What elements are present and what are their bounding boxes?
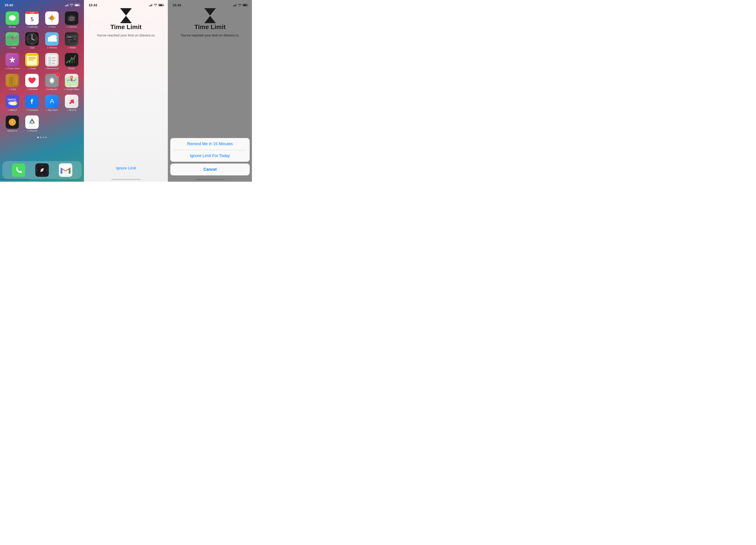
app-label-notite: Notițe (28, 67, 36, 70)
svg-text:YAHOO!: YAHOO! (7, 98, 16, 101)
svg-point-67 (31, 121, 33, 123)
app-mementouri[interactable]: Mementouri (43, 53, 61, 70)
app-icon-img-maps (65, 74, 78, 87)
svg-point-27 (74, 38, 76, 40)
app-poze[interactable]: Poze (43, 11, 61, 28)
signal-icon (65, 4, 69, 6)
svg-rect-51 (12, 77, 15, 85)
app-label-stocks: Stocks (68, 67, 75, 70)
status-icons-dark (233, 4, 248, 6)
app-idevice[interactable]: i iDevice.ro (4, 115, 21, 132)
app-icon-img-carti (6, 74, 19, 87)
calendar-month: marți (25, 11, 39, 14)
svg-rect-28 (68, 37, 71, 38)
svg-rect-35 (28, 60, 34, 60)
ignore-limit-button-light[interactable]: Ignore Limit (116, 166, 136, 170)
home-indicator (0, 179, 29, 180)
svg-rect-50 (9, 77, 12, 85)
ignore-limit-today-button[interactable]: Ignore Limit For Today (170, 150, 250, 162)
signal-icon-dark (233, 4, 237, 6)
app-icon-img-facebook (25, 95, 39, 108)
svg-rect-33 (28, 57, 36, 58)
app-meteo[interactable]: YAHOO! Meteo! (4, 95, 21, 111)
app-configurari[interactable]: 1 Configurări (43, 74, 61, 91)
svg-rect-34 (28, 58, 36, 59)
app-label-ceas: Ceas (30, 47, 35, 49)
calendar-day: 5 (25, 14, 39, 25)
app-label-facebook: Facebook (26, 109, 38, 111)
svg-rect-45 (67, 62, 68, 63)
app-icon-img-poze (45, 11, 59, 25)
timelimit-light-screen: 15:43 Time Limit You've reached your lim… (84, 0, 168, 182)
status-bar-home: 15:43 (0, 0, 84, 8)
dock-phone[interactable] (12, 163, 25, 177)
status-time-dark: 15:43 (172, 3, 181, 7)
page-dots (0, 132, 84, 140)
app-camera[interactable]: Cameră (63, 11, 80, 28)
app-chrome[interactable]: Chrome (23, 115, 41, 132)
hourglass-icon-dark (202, 8, 218, 23)
home-screen: 15:43 Mesaje marți 5 (0, 0, 84, 182)
app-label-appstore: App Store (46, 109, 58, 111)
action-sheet: Remind Me in 15 Minutes Ignore Limit For… (170, 138, 250, 177)
svg-point-62 (69, 102, 71, 104)
wifi-icon-dark (238, 4, 241, 6)
svg-point-55 (71, 77, 72, 78)
dock-gmail-icon (59, 163, 72, 177)
battery-icon-light (158, 4, 163, 6)
dock-gmail[interactable] (59, 163, 72, 177)
app-calendar[interactable]: marți 5 Calendar (23, 11, 41, 28)
app-icon-img-chrome (25, 115, 39, 129)
cancel-button[interactable]: Cancel (170, 164, 250, 175)
svg-rect-75 (120, 22, 132, 23)
svg-rect-74 (120, 8, 132, 9)
app-wallet[interactable]: Wallet (63, 32, 80, 49)
app-icon-img-vremea (45, 32, 59, 46)
svg-rect-30 (68, 41, 70, 41)
remind-me-button[interactable]: Remind Me in 15 Minutes (170, 138, 250, 150)
page-dot-1 (37, 137, 39, 138)
app-label-mesaje: Mesaje (9, 26, 16, 28)
timelimit-dark-screen: 15:43 Time Limit You've reached your lim… (168, 0, 252, 182)
app-facebook[interactable]: Facebook (23, 95, 41, 111)
svg-text:12: 12 (31, 34, 33, 35)
action-sheet-cancel-group: Cancel (170, 164, 250, 175)
svg-point-6 (73, 17, 74, 18)
svg-rect-78 (204, 22, 216, 23)
app-itunes[interactable]: iTunes Store (4, 53, 21, 70)
app-muzica[interactable]: Muzică (63, 95, 80, 111)
app-sanatate[interactable]: Sănătate (23, 74, 41, 91)
svg-rect-77 (204, 8, 216, 9)
app-mesaje[interactable]: Mesaje (4, 11, 21, 28)
app-ceas[interactable]: 12 6 9 3 Ceas (23, 32, 41, 49)
svg-point-4 (70, 18, 73, 20)
app-maps[interactable]: Google Maps (63, 74, 80, 91)
svg-point-60 (10, 102, 16, 105)
svg-rect-56 (6, 95, 19, 108)
dock-safari-icon (35, 163, 49, 177)
app-label-muzica: Muzică (67, 109, 76, 111)
action-sheet-main-group: Remind Me in 15 Minutes Ignore Limit For… (170, 138, 250, 162)
app-appstore[interactable]: A App Store (43, 95, 61, 111)
dock (2, 161, 82, 179)
app-label-itunes: iTunes Store (5, 67, 20, 70)
dock-safari[interactable] (35, 163, 49, 177)
app-icon-img-idevice: i (6, 115, 19, 129)
app-label-wallet: Wallet (67, 47, 76, 49)
svg-rect-46 (69, 60, 70, 63)
page-dot-3 (43, 137, 44, 138)
svg-rect-36 (26, 54, 38, 56)
svg-rect-43 (52, 63, 55, 64)
app-stocks[interactable]: Stocks (63, 53, 80, 70)
svg-point-63 (72, 102, 74, 103)
app-label-meteo: Meteo! (8, 109, 17, 111)
app-label-idevice: iDevice.ro (7, 130, 17, 132)
app-badge-configurari: 1 (56, 73, 60, 77)
app-vremea[interactable]: Vremea (43, 32, 61, 49)
app-harti[interactable]: Hărți (4, 32, 21, 49)
svg-rect-42 (52, 60, 56, 61)
wifi-icon-light (154, 4, 157, 6)
app-notite[interactable]: Notițe (23, 53, 41, 70)
app-carti[interactable]: Cărți (4, 74, 21, 91)
app-label-mementouri: Mementouri (45, 67, 59, 70)
